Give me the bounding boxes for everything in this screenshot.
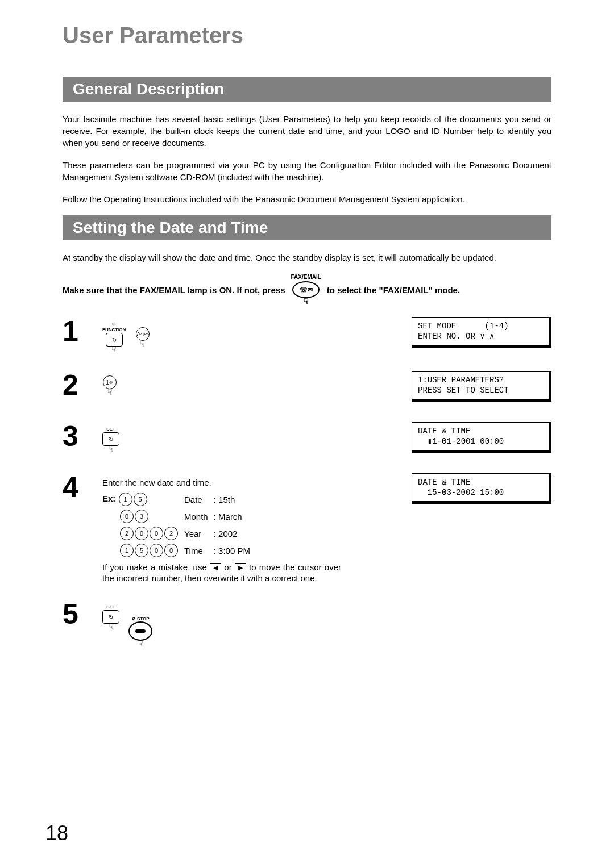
step-1: 1 ⊕ FUNCTION ↻ ☟ 7PQRS ☟ SET MODE (1-4) … [63, 317, 551, 354]
entry-row: 1500Time: 3:00 PM [102, 542, 256, 559]
key-1: 1@. ☟ [102, 375, 117, 397]
set-label: SET [106, 604, 115, 610]
digit-key: 0 [150, 527, 163, 540]
digit-key: 5 [135, 544, 148, 557]
digit-key: 2 [120, 527, 134, 540]
entry-label: Year [184, 525, 214, 542]
fax-email-icon: ☏✉ [292, 281, 320, 298]
hand-icon: ☟ [107, 387, 113, 397]
step-4: 4 Enter the new date and time. Ex: 15Dat… [63, 473, 551, 583]
set-button: SET ↻ ☟ [102, 604, 119, 631]
entry-value: : 3:00 PM [214, 542, 256, 559]
entry-value: : March [214, 508, 256, 525]
entry-row: 2002Year: 2002 [102, 525, 256, 542]
entry-keys: 03 [102, 508, 184, 525]
display-step4: DATE & TIME 15-03-2002 15:00 [412, 473, 551, 504]
digit-key: 0 [164, 544, 178, 557]
general-p1: Your facsimile machine has several basic… [63, 113, 551, 149]
digit-key: 2 [164, 527, 178, 540]
display-step2: 1:USER PARAMETERS? PRESS SET TO SELECT [412, 371, 551, 402]
step4-note: If you make a mistake, use ◀ or ▶ to mov… [102, 562, 341, 583]
entry-row: 03Month: March [102, 508, 256, 525]
page-title: User Parameters [63, 23, 551, 48]
step-5-number: 5 [63, 600, 102, 628]
set-button: SET ↻ ☟ [102, 427, 119, 453]
step-1-number: 1 [63, 317, 102, 345]
hand-icon: ☟ [140, 339, 145, 348]
function-button: ⊕ FUNCTION ↻ ☟ [102, 322, 126, 354]
hand-icon: ☟ [304, 297, 309, 306]
entry-label: Month [184, 508, 214, 525]
ex-label: Ex: [102, 494, 118, 503]
make-sure-line: Make sure that the FAX/EMAIL lamp is ON.… [63, 274, 551, 306]
digit-key: 0 [135, 527, 148, 540]
general-p3: Follow the Operating Instructions includ… [63, 193, 551, 205]
step4-entry-table: Ex: 15Date: 15th03Month: March2002Year: … [102, 491, 256, 559]
arrow-right-icon: ▶ [235, 563, 246, 573]
key-7-sub: PQRS [139, 332, 149, 336]
digit-key: 0 [120, 510, 134, 523]
entry-keys: 2002 [102, 525, 184, 542]
hand-icon: ☟ [109, 622, 114, 631]
stop-icon [128, 621, 152, 641]
general-p2: These parameters can be programmed via y… [63, 159, 551, 183]
make-sure-pre: Make sure that the FAX/EMAIL lamp is ON.… [63, 285, 285, 295]
fax-email-button: FAX/EMAIL ☏✉ ☟ [291, 274, 321, 306]
entry-keys: Ex: 15 [102, 491, 184, 508]
hand-icon: ☟ [138, 639, 143, 648]
entry-value: : 15th [214, 491, 256, 508]
set-label: SET [106, 427, 115, 432]
digit-key: 5 [134, 493, 147, 506]
make-sure-post: to select the "FAX/EMAIL" mode. [327, 285, 460, 295]
digit-key: 1 [120, 544, 134, 557]
function-label: FUNCTION [102, 327, 126, 332]
display-step3: DATE & TIME ▮1-01-2001 00:00 [412, 422, 551, 453]
step4-line1: Enter the new date and time. [102, 478, 412, 487]
digit-key: 0 [150, 544, 163, 557]
step-3-number: 3 [63, 422, 102, 450]
step-2-number: 2 [63, 371, 102, 399]
entry-value: : 2002 [214, 525, 256, 542]
stop-label: ⊘ STOP [132, 616, 150, 621]
entry-label: Time [184, 542, 214, 559]
key-7: 7PQRS ☟ [135, 327, 150, 348]
digit-key: 3 [135, 510, 148, 523]
step-2: 2 1@. ☟ 1:USER PARAMETERS? PRESS SET TO … [63, 371, 551, 405]
section-setting-date-time: Setting the Date and Time [63, 215, 551, 240]
stop-button: ⊘ STOP ☟ [128, 616, 152, 648]
entry-keys: 1500 [102, 542, 184, 559]
display-step1: SET MODE (1-4) ENTER NO. OR ∨ ∧ [412, 317, 551, 348]
entry-row: Ex: 15Date: 15th [102, 491, 256, 508]
step-4-number: 4 [63, 473, 102, 502]
step-3: 3 SET ↻ ☟ DATE & TIME ▮1-01-2001 00:00 [63, 422, 551, 456]
arrow-left-icon: ◀ [210, 563, 221, 573]
hand-icon: ☟ [111, 345, 117, 354]
entry-label: Date [184, 491, 214, 508]
hand-icon: ☟ [109, 444, 114, 453]
page-number: 18 [45, 821, 68, 845]
digit-key: 1 [119, 493, 132, 506]
datetime-intro: At standby the display will show the dat… [63, 252, 551, 264]
key-1-sub: @. [109, 381, 114, 384]
fax-email-label: FAX/EMAIL [291, 274, 321, 280]
section-general-description: General Description [63, 77, 551, 102]
step-5: 5 SET ↻ ☟ ⊘ STOP ☟ [63, 600, 551, 648]
